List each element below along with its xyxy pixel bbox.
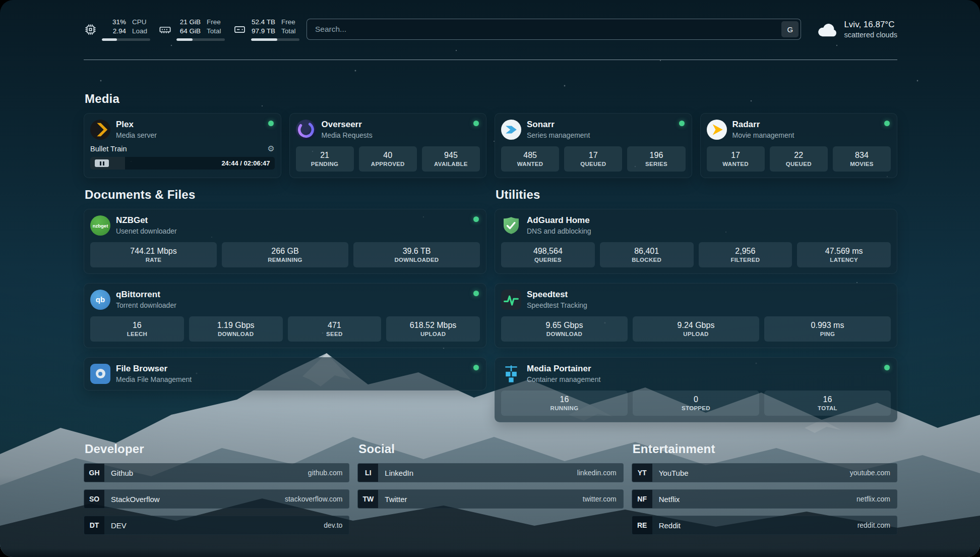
app-name: Radarr [732, 120, 794, 130]
status-online-dot [884, 365, 890, 370]
playback-progress-bar[interactable]: 24:44 / 02:06:47 [90, 157, 275, 170]
app-card-radarr[interactable]: Radarr Movie management 17 WANTED 22 QUE… [700, 113, 898, 178]
youtube-icon: YT [632, 464, 652, 482]
cpu-percent-value: 31% [112, 18, 126, 27]
disk-progress-fill [251, 38, 277, 41]
app-card-sonarr[interactable]: Sonarr Series management 485 WANTED 17 Q… [495, 113, 692, 178]
section-title-entertainment: Entertainment [633, 442, 897, 456]
search-input[interactable] [307, 19, 801, 40]
bookmark-netflix[interactable]: NF Netflix netflix.com [632, 489, 897, 509]
app-subtitle: Media server [116, 131, 157, 140]
ram-icon [158, 23, 172, 36]
bookmark-twitter[interactable]: TW Twitter twitter.com [357, 489, 623, 509]
bookmark-reddit[interactable]: RE Reddit reddit.com [632, 516, 897, 535]
app-card-plex[interactable]: Plex Media server Bullet Train ⚙ 24:44 /… [84, 113, 281, 178]
app-name: AdGuard Home [527, 215, 591, 226]
speedtest-icon [501, 290, 521, 310]
stat-wanted: 17 WANTED [707, 146, 765, 172]
weather-widget[interactable]: Lviv, 16.87°C scattered clouds [816, 19, 897, 39]
overseerr-icon [296, 120, 316, 140]
app-name: qBittorrent [116, 290, 176, 300]
disk-total-label: Total [281, 27, 296, 36]
app-subtitle: Torrent downloader [116, 301, 176, 310]
app-card-adguard[interactable]: AdGuard Home DNS and adblocking 498,564 … [495, 209, 897, 274]
bookmark-group-entertainment: Entertainment YT YouTube youtube.com NF … [632, 442, 897, 542]
disk-total-value: 97.9 TB [252, 27, 275, 36]
stat-filtered: 2,956 FILTERED [699, 242, 792, 267]
stackoverflow-icon: SO [84, 490, 104, 508]
stat-remaining: 266 GB REMAINING [222, 242, 348, 267]
disk-free-label: Free [281, 18, 295, 27]
bookmark-linkedin[interactable]: LI LinkedIn linkedin.com [357, 463, 623, 482]
disk-free-value: 52.4 TB [252, 18, 275, 27]
bookmark-group-social: Social LI LinkedIn linkedin.com TW Twitt… [357, 442, 623, 542]
gear-icon[interactable]: ⚙ [267, 145, 274, 153]
status-online-dot [268, 121, 274, 126]
weather-location: Lviv, 16.87°C [844, 19, 897, 30]
stat-seed: 471 SEED [288, 316, 382, 342]
stat-queries: 498,564 QUERIES [501, 242, 595, 267]
ram-free-value: 21 GiB [180, 18, 201, 27]
section-media: Media Plex Media server [84, 92, 897, 178]
dashboard-screen: 31% 2.94 CPU Load [0, 0, 980, 557]
top-bar: 31% 2.94 CPU Load [84, 15, 897, 43]
stat-upload: 618.52 Mbps UPLOAD [386, 316, 480, 342]
filebrowser-icon [90, 364, 110, 384]
bookmark-github[interactable]: GH Github github.com [84, 463, 349, 482]
app-card-filebrowser[interactable]: File Browser Media File Management [84, 357, 486, 391]
radarr-icon [707, 120, 727, 140]
cpu-icon [84, 23, 97, 36]
app-card-overseerr[interactable]: Overseerr Media Requests 21 PENDING 40 A… [289, 113, 487, 178]
cpu-label: CPU [132, 18, 147, 27]
search-engine-button[interactable]: G [781, 21, 799, 37]
stat-wanted: 485 WANTED [501, 146, 559, 172]
netflix-icon: NF [632, 490, 652, 508]
app-subtitle: Media Requests [322, 131, 373, 140]
bookmark-stackoverflow[interactable]: SO StackOverflow stackoverflow.com [84, 489, 349, 509]
stat-upload: 9.24 Gbps UPLOAD [633, 316, 759, 342]
ram-free-label: Free [207, 18, 221, 27]
weather-condition: scattered clouds [844, 30, 897, 39]
bookmark-dev[interactable]: DT DEV dev.to [84, 516, 349, 535]
header-divider [84, 60, 897, 60]
pause-button[interactable] [95, 159, 109, 167]
app-card-speedtest[interactable]: Speedtest Speedtest Tracking 9.65 Gbps D… [495, 283, 897, 348]
stat-blocked: 86,401 BLOCKED [600, 242, 694, 267]
section-documents-files: Documents & Files nzbget NZBGet Usenet d… [84, 188, 486, 400]
now-playing-title: Bullet Train [90, 145, 127, 153]
reddit-icon: RE [632, 516, 652, 534]
stat-running: 16 RUNNING [501, 391, 628, 416]
search-bar: G [307, 19, 801, 40]
cloud-icon [816, 21, 838, 38]
app-card-portainer[interactable]: Media Portainer Container management 16 … [495, 357, 897, 422]
app-name: Plex [116, 120, 157, 130]
twitter-icon: TW [358, 490, 378, 508]
stat-series: 196 SERIES [627, 146, 685, 172]
app-name: Media Portainer [527, 364, 600, 374]
stat-leech: 16 LEECH [90, 316, 184, 342]
app-subtitle: Usenet downloader [116, 227, 177, 236]
bookmark-youtube[interactable]: YT YouTube youtube.com [632, 463, 897, 482]
app-card-qbittorrent[interactable]: qb qBittorrent Torrent downloader 16 LEE… [84, 283, 486, 348]
section-title-developer: Developer [85, 442, 349, 456]
adguard-icon [501, 215, 521, 236]
ram-total-label: Total [207, 27, 221, 36]
stat-approved: 40 APPROVED [359, 146, 417, 172]
stat-rate: 744.21 Mbps RATE [90, 242, 217, 267]
section-title-utilities: Utilities [496, 188, 897, 202]
app-name: Speedtest [527, 290, 587, 300]
cpu-load-value: 2.94 [113, 27, 126, 36]
stat-pending: 21 PENDING [296, 146, 354, 172]
app-name: Overseerr [322, 120, 373, 130]
section-title-documents: Documents & Files [85, 188, 486, 202]
dev-icon: DT [84, 516, 104, 534]
app-card-nzbget[interactable]: nzbget NZBGet Usenet downloader 744.21 M… [84, 209, 486, 274]
cpu-progress-fill [102, 38, 117, 41]
nzbget-icon: nzbget [90, 215, 110, 236]
cpu-load-label: Load [132, 27, 147, 36]
stat-download: 9.65 Gbps DOWNLOAD [501, 316, 628, 342]
sonarr-icon [501, 120, 521, 140]
stat-total: 16 TOTAL [764, 391, 891, 416]
status-online-dot [473, 216, 479, 222]
app-subtitle: DNS and adblocking [527, 227, 591, 236]
